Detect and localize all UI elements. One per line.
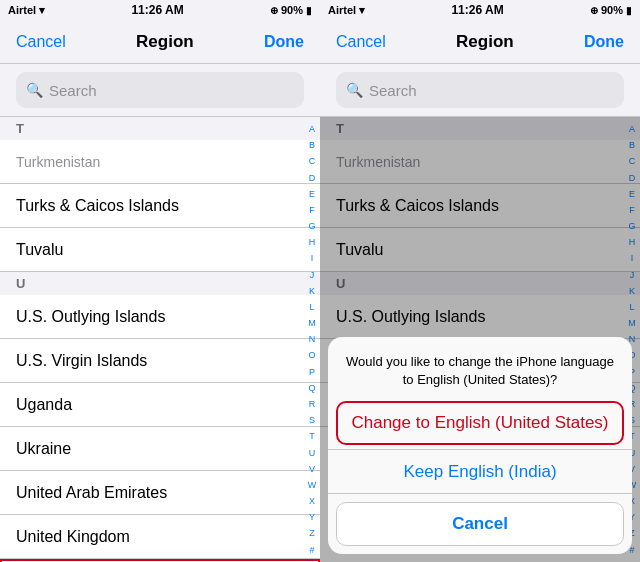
dialog-cancel-button[interactable]: Cancel: [336, 502, 624, 546]
list-item-us-outlying[interactable]: U.S. Outlying Islands: [0, 295, 320, 339]
section-U-left: U: [0, 272, 320, 295]
battery-icon-right: ▮: [626, 5, 632, 16]
search-placeholder-left: Search: [49, 82, 97, 99]
done-button-left[interactable]: Done: [264, 33, 304, 51]
list-item-us-virgin[interactable]: U.S. Virgin Islands: [0, 339, 320, 383]
status-right-right: ⊕ 90% ▮: [590, 4, 632, 16]
nav-bar-left: Cancel Region Done: [0, 20, 320, 64]
location-icon-right: ⊕: [590, 5, 598, 16]
list-item-uganda[interactable]: Uganda: [0, 383, 320, 427]
search-input-left[interactable]: 🔍 Search: [16, 72, 304, 108]
cancel-button-right[interactable]: Cancel: [336, 33, 386, 51]
search-bar-left: 🔍 Search: [0, 64, 320, 117]
alpha-index-left[interactable]: A B C D E F G H I J K L M N O P Q R S T …: [304, 117, 320, 562]
search-placeholder-right: Search: [369, 82, 417, 99]
list-right: T Turkmenistan Turks & Caicos Islands Tu…: [320, 117, 640, 562]
wifi-icon: ▾: [39, 4, 45, 17]
search-icon-left: 🔍: [26, 82, 43, 98]
location-icon: ⊕: [270, 5, 278, 16]
list-item-turks[interactable]: Turks & Caicos Islands: [0, 184, 320, 228]
battery-right: 90%: [601, 4, 623, 16]
dialog-box: Would you like to change the iPhone lang…: [328, 337, 632, 554]
right-screen: Airtel ▾ 11:26 AM ⊕ 90% ▮ Cancel Region …: [320, 0, 640, 562]
status-left-right: Airtel ▾: [328, 4, 365, 17]
list-item-turkmenistan[interactable]: Turkmenistan: [0, 140, 320, 184]
battery-icon-left: ▮: [306, 5, 312, 16]
nav-title-left: Region: [136, 32, 194, 52]
list-item-ukraine[interactable]: Ukraine: [0, 427, 320, 471]
carrier-right: Airtel: [328, 4, 356, 16]
keep-language-button[interactable]: Keep English (India): [328, 449, 632, 493]
search-bar-right: 🔍 Search: [320, 64, 640, 117]
cancel-button-left[interactable]: Cancel: [16, 33, 66, 51]
done-button-right[interactable]: Done: [584, 33, 624, 51]
nav-title-right: Region: [456, 32, 514, 52]
status-bar-right: Airtel ▾ 11:26 AM ⊕ 90% ▮: [320, 0, 640, 20]
time-right: 11:26 AM: [451, 3, 503, 17]
dialog-divider: [328, 493, 632, 494]
status-left: Airtel ▾: [8, 4, 45, 17]
carrier-left: Airtel: [8, 4, 36, 16]
search-icon-right: 🔍: [346, 82, 363, 98]
list-item-uae[interactable]: United Arab Emirates: [0, 471, 320, 515]
battery-left: 90%: [281, 4, 303, 16]
time-left: 11:26 AM: [131, 3, 183, 17]
wifi-icon-right: ▾: [359, 4, 365, 17]
dialog-overlay: Would you like to change the iPhone lang…: [320, 117, 640, 562]
nav-bar-right: Cancel Region Done: [320, 20, 640, 64]
list-item-tuvalu[interactable]: Tuvalu: [0, 228, 320, 272]
search-input-right[interactable]: 🔍 Search: [336, 72, 624, 108]
dialog-message: Would you like to change the iPhone lang…: [328, 337, 632, 397]
section-T-left: T: [0, 117, 320, 140]
dialog-actions: Change to English (United States) Keep E…: [328, 397, 632, 493]
left-screen: Airtel ▾ 11:26 AM ⊕ 90% ▮ Cancel Region …: [0, 0, 320, 562]
status-bar-left: Airtel ▾ 11:26 AM ⊕ 90% ▮: [0, 0, 320, 20]
status-right-left: ⊕ 90% ▮: [270, 4, 312, 16]
change-language-button[interactable]: Change to English (United States): [336, 401, 624, 445]
list-left: T Turkmenistan Turks & Caicos Islands Tu…: [0, 117, 320, 562]
list-item-uk[interactable]: United Kingdom: [0, 515, 320, 559]
